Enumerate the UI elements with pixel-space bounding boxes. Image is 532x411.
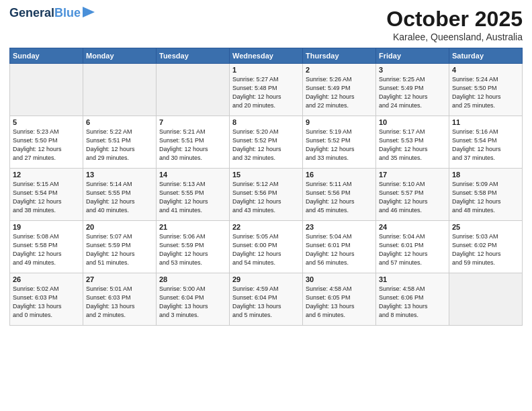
day-info: Sunrise: 5:07 AMSunset: 5:59 PMDaylight:… (86, 232, 153, 267)
calendar-cell: 8Sunrise: 5:20 AMSunset: 5:52 PMDaylight… (230, 116, 303, 169)
calendar-cell: 22Sunrise: 5:05 AMSunset: 6:00 PMDayligh… (230, 221, 303, 273)
day-info: Sunrise: 5:15 AMSunset: 5:54 PMDaylight:… (13, 180, 80, 215)
day-info: Sunrise: 5:05 AMSunset: 6:00 PMDaylight:… (232, 232, 300, 267)
title-area: October 2025 Karalee, Queensland, Austra… (386, 7, 523, 42)
calendar-cell: 27Sunrise: 5:01 AMSunset: 6:03 PMDayligh… (83, 273, 157, 326)
day-number: 17 (379, 171, 446, 179)
header-row: SundayMondayTuesdayWednesdayThursdayFrid… (10, 48, 523, 64)
day-number: 30 (306, 275, 373, 283)
header: GeneralBlue October 2025 Karalee, Queens… (9, 7, 523, 42)
calendar-week-0: 1Sunrise: 5:27 AMSunset: 5:48 PMDaylight… (10, 64, 523, 116)
weekday-header-sunday: Sunday (10, 48, 83, 64)
calendar-week-4: 26Sunrise: 5:02 AMSunset: 6:03 PMDayligh… (10, 273, 523, 326)
month-title: October 2025 (386, 7, 523, 32)
day-number: 10 (379, 118, 446, 126)
weekday-header-monday: Monday (83, 48, 157, 64)
logo-arrow-icon (83, 7, 95, 17)
calendar-cell: 2Sunrise: 5:26 AMSunset: 5:49 PMDaylight… (303, 64, 376, 116)
calendar-cell: 5Sunrise: 5:23 AMSunset: 5:50 PMDaylight… (10, 116, 83, 169)
day-info: Sunrise: 4:59 AMSunset: 6:04 PMDaylight:… (232, 285, 300, 320)
day-info: Sunrise: 5:24 AMSunset: 5:50 PMDaylight:… (452, 75, 519, 110)
day-number: 2 (306, 66, 373, 74)
day-info: Sunrise: 5:17 AMSunset: 5:53 PMDaylight:… (379, 128, 446, 163)
day-info: Sunrise: 5:14 AMSunset: 5:55 PMDaylight:… (86, 180, 153, 215)
day-number: 20 (86, 223, 153, 231)
calendar-cell: 30Sunrise: 4:58 AMSunset: 6:05 PMDayligh… (303, 273, 376, 326)
calendar-cell: 16Sunrise: 5:11 AMSunset: 5:56 PMDayligh… (303, 169, 376, 221)
day-info: Sunrise: 4:58 AMSunset: 6:05 PMDaylight:… (306, 285, 373, 320)
day-info: Sunrise: 5:10 AMSunset: 5:57 PMDaylight:… (379, 180, 446, 215)
calendar-cell: 28Sunrise: 5:00 AMSunset: 6:04 PMDayligh… (157, 273, 230, 326)
day-number: 1 (232, 66, 300, 74)
logo: GeneralBlue (9, 7, 95, 20)
calendar-cell: 17Sunrise: 5:10 AMSunset: 5:57 PMDayligh… (376, 169, 449, 221)
calendar-cell: 10Sunrise: 5:17 AMSunset: 5:53 PMDayligh… (376, 116, 449, 169)
day-info: Sunrise: 5:26 AMSunset: 5:49 PMDaylight:… (306, 75, 373, 110)
calendar-table: SundayMondayTuesdayWednesdayThursdayFrid… (9, 48, 523, 326)
day-number: 12 (13, 171, 80, 179)
day-info: Sunrise: 5:12 AMSunset: 5:56 PMDaylight:… (232, 180, 300, 215)
calendar-cell: 11Sunrise: 5:16 AMSunset: 5:54 PMDayligh… (449, 116, 523, 169)
day-number: 18 (452, 171, 519, 179)
day-number: 24 (379, 223, 446, 231)
subtitle: Karalee, Queensland, Australia (386, 32, 523, 42)
day-info: Sunrise: 5:20 AMSunset: 5:52 PMDaylight:… (232, 128, 300, 163)
calendar-header: SundayMondayTuesdayWednesdayThursdayFrid… (10, 48, 523, 64)
calendar-cell: 18Sunrise: 5:09 AMSunset: 5:58 PMDayligh… (449, 169, 523, 221)
day-info: Sunrise: 5:03 AMSunset: 6:02 PMDaylight:… (452, 232, 519, 267)
calendar-week-2: 12Sunrise: 5:15 AMSunset: 5:54 PMDayligh… (10, 169, 523, 221)
day-number: 13 (86, 171, 153, 179)
day-info: Sunrise: 5:22 AMSunset: 5:51 PMDaylight:… (86, 128, 153, 163)
day-info: Sunrise: 5:09 AMSunset: 5:58 PMDaylight:… (452, 180, 519, 215)
day-number: 31 (379, 275, 446, 283)
calendar-cell: 14Sunrise: 5:13 AMSunset: 5:55 PMDayligh… (157, 169, 230, 221)
calendar-cell: 21Sunrise: 5:06 AMSunset: 5:59 PMDayligh… (157, 221, 230, 273)
calendar-cell: 29Sunrise: 4:59 AMSunset: 6:04 PMDayligh… (230, 273, 303, 326)
day-info: Sunrise: 5:13 AMSunset: 5:55 PMDaylight:… (159, 180, 226, 215)
calendar-cell: 26Sunrise: 5:02 AMSunset: 6:03 PMDayligh… (10, 273, 83, 326)
day-number: 21 (159, 223, 226, 231)
weekday-header-wednesday: Wednesday (230, 48, 303, 64)
calendar-cell (83, 64, 157, 116)
day-number: 23 (306, 223, 373, 231)
calendar-cell (449, 273, 523, 326)
day-info: Sunrise: 5:21 AMSunset: 5:51 PMDaylight:… (159, 128, 226, 163)
logo-blue-text: Blue (54, 6, 81, 19)
day-info: Sunrise: 5:04 AMSunset: 6:01 PMDaylight:… (306, 232, 373, 267)
day-number: 5 (13, 118, 80, 126)
day-number: 26 (13, 275, 80, 283)
calendar-week-1: 5Sunrise: 5:23 AMSunset: 5:50 PMDaylight… (10, 116, 523, 169)
calendar-week-3: 19Sunrise: 5:08 AMSunset: 5:58 PMDayligh… (10, 221, 523, 273)
day-info: Sunrise: 5:11 AMSunset: 5:56 PMDaylight:… (306, 180, 373, 215)
day-info: Sunrise: 5:19 AMSunset: 5:52 PMDaylight:… (306, 128, 373, 163)
calendar-cell: 24Sunrise: 5:04 AMSunset: 6:01 PMDayligh… (376, 221, 449, 273)
day-number: 3 (379, 66, 446, 74)
calendar-cell (10, 64, 83, 116)
day-info: Sunrise: 5:04 AMSunset: 6:01 PMDaylight:… (379, 232, 446, 267)
calendar-cell: 25Sunrise: 5:03 AMSunset: 6:02 PMDayligh… (449, 221, 523, 273)
day-number: 15 (232, 171, 300, 179)
weekday-header-friday: Friday (376, 48, 449, 64)
calendar-cell: 23Sunrise: 5:04 AMSunset: 6:01 PMDayligh… (303, 221, 376, 273)
calendar-cell: 1Sunrise: 5:27 AMSunset: 5:48 PMDaylight… (230, 64, 303, 116)
day-number: 28 (159, 275, 226, 283)
weekday-header-saturday: Saturday (449, 48, 523, 64)
calendar-body: 1Sunrise: 5:27 AMSunset: 5:48 PMDaylight… (10, 64, 523, 326)
day-number: 14 (159, 171, 226, 179)
day-info: Sunrise: 5:27 AMSunset: 5:48 PMDaylight:… (232, 75, 300, 110)
day-number: 9 (306, 118, 373, 126)
day-number: 19 (13, 223, 80, 231)
day-number: 29 (232, 275, 300, 283)
day-number: 8 (232, 118, 300, 126)
day-info: Sunrise: 5:06 AMSunset: 5:59 PMDaylight:… (159, 232, 226, 267)
day-number: 16 (306, 171, 373, 179)
day-info: Sunrise: 5:00 AMSunset: 6:04 PMDaylight:… (159, 285, 226, 320)
day-number: 25 (452, 223, 519, 231)
day-number: 11 (452, 118, 519, 126)
day-info: Sunrise: 5:08 AMSunset: 5:58 PMDaylight:… (13, 232, 80, 267)
calendar-cell: 7Sunrise: 5:21 AMSunset: 5:51 PMDaylight… (157, 116, 230, 169)
calendar-cell: 12Sunrise: 5:15 AMSunset: 5:54 PMDayligh… (10, 169, 83, 221)
day-number: 22 (232, 223, 300, 231)
weekday-header-tuesday: Tuesday (157, 48, 230, 64)
calendar-cell: 4Sunrise: 5:24 AMSunset: 5:50 PMDaylight… (449, 64, 523, 116)
